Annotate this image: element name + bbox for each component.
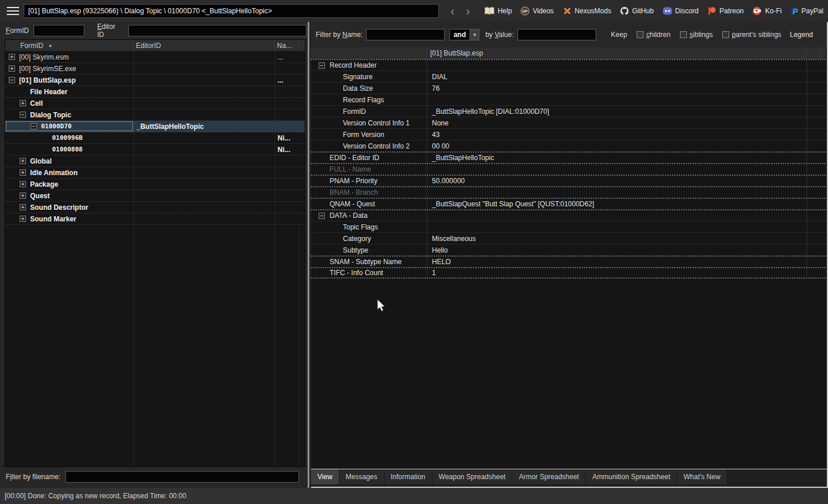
tree-row[interactable]: + Idle Animation xyxy=(5,167,305,179)
column-header-name[interactable]: Na... xyxy=(275,40,299,51)
record-field-value[interactable]: 1 xyxy=(427,268,807,277)
expander-icon[interactable]: − xyxy=(319,62,325,69)
record-row[interactable]: Version Control Info 1 None xyxy=(311,117,826,128)
tree-row[interactable]: − [01] ButtSlap.esp ... xyxy=(5,75,305,86)
record-row[interactable]: TIFC - Info Count 1 xyxy=(311,267,826,279)
expander-icon[interactable]: − xyxy=(9,77,15,83)
tree-row[interactable]: 0100996B Ni... xyxy=(5,132,305,144)
record-row[interactable]: Category Miscellaneous xyxy=(311,232,826,244)
tree-row[interactable]: + [00] Skyrim.esm ... xyxy=(5,51,305,63)
record-row[interactable]: PNAM - Priority 50.000000 xyxy=(311,175,826,186)
tree-row[interactable]: − 01000D70 _ButtSlapHelloTopic xyxy=(5,121,305,132)
record-field-value[interactable]: _ButtSlapHelloTopic xyxy=(427,153,807,163)
tab-weapon-spreadsheet[interactable]: Weapon Spreadsheet xyxy=(433,469,513,484)
toolbar-link-discord[interactable]: Discord xyxy=(663,6,699,16)
expander-icon[interactable]: + xyxy=(20,216,26,222)
tree-row[interactable]: File Header xyxy=(5,86,305,98)
record-field-value[interactable]: 76 xyxy=(427,83,807,94)
expander-icon[interactable]: + xyxy=(9,54,15,60)
record-field-value[interactable]: _ButtSlapHelloTopic [DIAL:01000D70] xyxy=(427,106,807,117)
filename-filter-input[interactable] xyxy=(65,471,299,483)
formid-filter-input[interactable] xyxy=(34,25,84,36)
filter-by-value-input[interactable] xyxy=(518,29,596,40)
record-field-value[interactable]: 43 xyxy=(427,129,807,140)
tree-row[interactable]: + [00] SkyrimSE.exe xyxy=(5,63,305,75)
record-row[interactable]: FULL - Name xyxy=(311,163,826,175)
tab-information[interactable]: Information xyxy=(385,469,433,484)
legend-button[interactable]: Legend xyxy=(790,31,813,39)
expander-icon[interactable]: − xyxy=(31,123,37,129)
toolbar-link-ko-fi[interactable]: Ko-Fi xyxy=(752,6,782,16)
expander-icon[interactable]: + xyxy=(9,65,15,72)
tab-what-s-new[interactable]: What's New xyxy=(677,469,727,484)
keep-siblings-checkbox[interactable]: siblings xyxy=(680,31,713,39)
expander-icon[interactable]: + xyxy=(20,192,26,199)
record-row[interactable]: Form Version 43 xyxy=(311,128,826,140)
record-row[interactable]: − DATA - Data xyxy=(311,209,826,221)
record-field-value[interactable] xyxy=(427,187,807,198)
record-row[interactable]: QNAM - Quest _ButtSlapQuest "Butt Slap Q… xyxy=(311,198,826,209)
toolbar-link-github[interactable]: GitHub xyxy=(620,6,653,16)
tab-armor-spreadsheet[interactable]: Armor Spreadsheet xyxy=(512,469,586,484)
record-row[interactable]: Signature DIAL xyxy=(311,71,826,82)
record-field-value[interactable]: DIAL xyxy=(427,71,807,82)
record-field-value[interactable]: Hello xyxy=(427,244,807,255)
back-arrow-icon[interactable]: ‹ xyxy=(445,5,460,17)
chevron-down-icon[interactable]: ▼ xyxy=(470,29,479,40)
tab-ammunition-spreadsheet[interactable]: Ammunition Spreadsheet xyxy=(586,469,677,484)
record-field-value[interactable] xyxy=(427,210,807,221)
record-field-value[interactable]: Miscellaneous xyxy=(427,233,807,244)
checkbox[interactable] xyxy=(722,31,729,38)
expander-icon[interactable]: + xyxy=(20,100,26,106)
record-field-value[interactable]: None xyxy=(427,117,807,128)
record-row[interactable]: Topic Flags xyxy=(311,221,826,232)
expander-icon[interactable]: + xyxy=(20,169,26,176)
expander-icon[interactable]: − xyxy=(319,213,325,219)
toolbar-link-nexusmods[interactable]: NexusMods xyxy=(563,6,611,16)
tree-row[interactable]: 01000808 Ni... xyxy=(5,144,305,155)
record-field-value[interactable]: 00 00 xyxy=(427,140,807,151)
record-row[interactable]: BNAM - Branch xyxy=(311,186,826,198)
tree-row[interactable]: + Global xyxy=(5,155,305,167)
record-field-value[interactable] xyxy=(427,164,807,175)
filter-by-name-input[interactable] xyxy=(366,29,445,40)
tree-row[interactable]: + Package xyxy=(5,179,305,190)
tab-view[interactable]: View xyxy=(311,469,339,484)
editorid-filter-input[interactable] xyxy=(128,25,306,36)
forward-arrow-icon[interactable]: › xyxy=(460,5,476,17)
record-field-value[interactable]: _ButtSlapQuest "Butt Slap Quest" [QUST:0… xyxy=(427,199,807,209)
tab-messages[interactable]: Messages xyxy=(339,469,385,484)
toolbar-link-paypal[interactable]: PP PayPal xyxy=(790,6,823,16)
tree-row[interactable]: + Quest xyxy=(5,190,305,202)
panel-splitter[interactable] xyxy=(306,22,311,488)
record-row[interactable]: Subtype Hello xyxy=(311,244,826,255)
toolbar-link-help[interactable]: Help xyxy=(484,6,512,16)
column-header-formid[interactable]: FormID ▲ xyxy=(5,40,134,51)
tree-row[interactable]: + Sound Descriptor xyxy=(5,202,305,213)
toolbar-link-videos[interactable]: GP Videos xyxy=(520,6,553,16)
menu-hamburger-icon[interactable] xyxy=(7,7,19,15)
record-field-value[interactable] xyxy=(427,94,807,105)
record-row[interactable]: Version Control Info 2 00 00 xyxy=(311,140,826,151)
record-row[interactable]: EDID - Editor ID _ButtSlapHelloTopic xyxy=(311,151,826,163)
tree-row[interactable]: − Dialog Topic xyxy=(5,109,305,121)
tree-row[interactable]: + Sound Marker xyxy=(5,213,305,225)
record-row[interactable]: − Record Header xyxy=(311,59,826,71)
record-path-input[interactable] xyxy=(24,4,439,18)
record-row[interactable]: FormID _ButtSlapHelloTopic [DIAL:01000D7… xyxy=(311,105,826,117)
filter-operator-select[interactable]: and ▼ xyxy=(449,29,479,40)
record-row[interactable]: Record Flags xyxy=(311,94,826,105)
column-header-plugin[interactable]: [01] ButtSlap.esp xyxy=(427,47,807,59)
checkbox[interactable] xyxy=(637,31,644,38)
expander-icon[interactable]: + xyxy=(20,204,26,210)
tree-row[interactable]: + Cell xyxy=(5,98,305,109)
record-field-value[interactable] xyxy=(427,221,807,232)
expander-icon[interactable]: − xyxy=(20,112,26,118)
checkbox[interactable] xyxy=(680,31,687,38)
keep-children-checkbox[interactable]: children xyxy=(637,31,671,39)
record-field-value[interactable] xyxy=(427,60,807,71)
expander-icon[interactable]: + xyxy=(20,158,26,164)
record-field-value[interactable]: 50.000000 xyxy=(427,176,807,186)
record-row[interactable]: SNAM - Subtype Name HELO xyxy=(311,255,826,267)
column-header-editorid[interactable]: EditorID xyxy=(134,40,275,51)
